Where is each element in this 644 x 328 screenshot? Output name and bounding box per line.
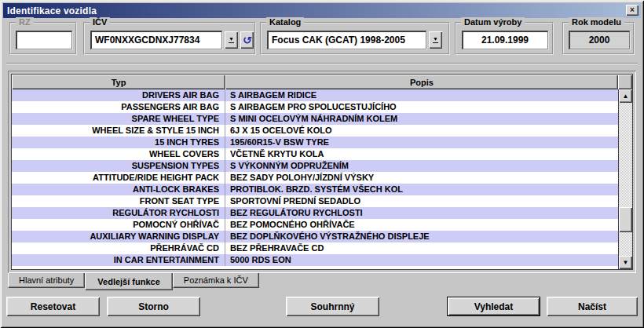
arrow-down-icon: ▼ (623, 260, 629, 266)
icv-dropdown-button[interactable]: ▼ (225, 31, 238, 49)
close-icon[interactable]: × (626, 5, 639, 16)
cell-popis[interactable]: S AIRBAGEM PRO SPOLUCESTUJÍCÍHO (225, 101, 618, 113)
table-row[interactable]: WHEEL COVERS VČETNĚ KRYTU KOLA (12, 148, 618, 160)
datum-vyroby-label: Datum výroby (461, 17, 525, 27)
scrollbar-thumb[interactable] (619, 207, 632, 232)
table-row[interactable]: PASSENGERS AIR BAG S AIRBAGEM PRO SPOLUC… (12, 101, 618, 113)
cell-popis[interactable]: 6J X 15 OCELOVÉ KOLO (225, 125, 618, 137)
cell-typ[interactable]: WHEEL SIZE & STYLE 15 INCH (12, 125, 225, 137)
cell-typ[interactable]: SPARE WHEEL TYPE (12, 113, 225, 125)
cell-typ[interactable]: FRONT SEAT TYPE (12, 195, 225, 207)
separator-line (6, 63, 638, 64)
group-katalog: Katalog Focus CAK (GCAT) 1998-2005 ▼ (260, 22, 450, 55)
souhrnny-button[interactable]: Souhrnný (286, 297, 379, 316)
attributes-panel: Typ Popis DRIVERS AIR BAG S AIRBAGEM RID… (8, 71, 636, 273)
table-rows: DRIVERS AIR BAG S AIRBAGEM RIDICE PASSEN… (12, 89, 618, 269)
table-row[interactable]: WHEEL SIZE & STYLE 15 INCH 6J X 15 OCELO… (12, 125, 618, 137)
table-row[interactable]: REGULÁTOR RYCHLOSTI BEZ REGULÁTORU RYCHL… (12, 207, 618, 219)
attributes-table: Typ Popis DRIVERS AIR BAG S AIRBAGEM RID… (11, 74, 633, 270)
rok-modelu-value: 2000 (569, 31, 630, 49)
scroll-up-button[interactable]: ▲ (619, 89, 632, 103)
table-row[interactable]: POMOCNÝ OHŘÍVAČ BEZ POMOCNÉHO OHŘÍVAČE (12, 219, 618, 231)
group-datum-vyroby: Datum výroby 21.09.1999 (455, 22, 554, 55)
datum-vyroby-input[interactable]: 21.09.1999 (462, 31, 548, 49)
tab-vedlejsi-funkce[interactable]: Vedlejší funkce (85, 273, 172, 290)
cell-popis[interactable]: S AIRBAGEM RIDICE (225, 89, 618, 101)
katalog-combo[interactable]: Focus CAK (GCAT) 1998-2005 (267, 31, 426, 49)
cell-popis[interactable]: 195/60R15-V BSW TYRE (225, 137, 618, 148)
cell-typ[interactable]: PASSENGERS AIR BAG (12, 101, 225, 113)
icv-undo-button[interactable]: ↺ (240, 31, 254, 49)
cell-typ[interactable]: WHEEL COVERS (12, 148, 225, 160)
group-rok-modelu: Rok modelu 2000 (562, 22, 635, 55)
nacist-button[interactable]: Načíst (547, 297, 638, 316)
cell-popis[interactable]: BEZ POMOCNÉHO OHŘÍVAČE (225, 219, 618, 231)
table-row[interactable]: PŘEHRÁVAČ CD BEZ PŘEHRAVAČE CD (12, 242, 618, 254)
vyhledat-button[interactable]: Vyhledat (447, 297, 540, 316)
table-row[interactable]: ANTI-LOCK BRAKES PROTIBLOK. BRZD. SYSTÉM… (12, 184, 618, 195)
cell-popis[interactable]: S VÝKONNÝM ODPRUŽENÍM (225, 160, 618, 172)
table-row[interactable]: 15 INCH TYRES 195/60R15-V BSW TYRE (12, 137, 618, 148)
resetovat-button[interactable]: Resetovat (6, 297, 100, 316)
cell-popis[interactable]: BEZ PŘEHRAVAČE CD (225, 242, 618, 254)
vertical-scrollbar[interactable]: ▲ ▼ (618, 89, 632, 269)
cell-typ[interactable]: DRIVERS AIR BAG (12, 89, 225, 101)
table-header: Typ Popis (12, 75, 632, 89)
cell-typ[interactable]: IN CAR ENTERTAINMENT (12, 254, 225, 266)
title-bar[interactable]: Identifikace vozidla × (3, 3, 641, 18)
chevron-down-icon: ▼ (229, 37, 234, 43)
rok-modelu-label: Rok modelu (569, 17, 624, 27)
katalog-label: Katalog (266, 17, 304, 27)
cell-popis[interactable]: VČETNĚ KRYTU KOLA (225, 148, 618, 160)
table-row[interactable]: AUXILIARY WARNING DISPLAY BEZ DOPLŇKOVÉH… (12, 231, 618, 242)
rz-input[interactable] (16, 31, 72, 49)
cell-popis[interactable]: S MINI OCELOVÝM NÁHRADNÍM KOLEM (225, 113, 618, 125)
table-row[interactable]: SPARE WHEEL TYPE S MINI OCELOVÝM NÁHRADN… (12, 113, 618, 125)
cell-popis[interactable]: BEZ REGULÁTORU RYCHLOSTI (225, 207, 618, 219)
cell-typ[interactable]: PŘEHRÁVAČ CD (12, 242, 225, 254)
cell-popis[interactable]: BEZ SADY POLOHY/JÍZDNÍ VÝSKY (225, 172, 618, 184)
group-rz: RZ (9, 22, 77, 55)
cell-popis[interactable]: BEZ DOPLŇKOVÉHO VÝSTRAŽNÉHO DISPLEJE (225, 231, 618, 242)
table-row[interactable]: FRONT SEAT TYPE SPORTOVNÍ PREDNÍ SEDADLO (12, 195, 618, 207)
tab-hlavni-atributy[interactable]: Hlavní atributy (8, 273, 85, 288)
scrollbar-header-corner (618, 75, 632, 89)
table-row[interactable]: ATTITUDE/RIDE HEIGHT PACK BEZ SADY POLOH… (12, 172, 618, 184)
tab-strip: Hlavní atributy Vedlejší funkce Poznámka… (8, 273, 259, 290)
cell-popis[interactable]: SPORTOVNÍ PREDNÍ SEDADLO (225, 195, 618, 207)
window-title: Identifikace vozidla (7, 5, 97, 16)
group-icv: IČV WF0NXXGCDNXJ77834 ▼ ↺ (83, 22, 256, 55)
table-row[interactable]: IN CAR ENTERTAINMENT 5000 RDS EON (12, 254, 618, 266)
column-header-popis[interactable]: Popis (225, 75, 618, 89)
vehicle-identification-dialog: Identifikace vozidla × RZ IČV WF0NXXGCDN… (0, 0, 644, 328)
cell-typ[interactable]: 15 INCH TYRES (12, 137, 225, 148)
cell-typ[interactable]: SUSPENSION TYPES (12, 160, 225, 172)
cell-popis[interactable]: 5000 RDS EON (225, 254, 618, 266)
cell-typ[interactable]: REGULÁTOR RYCHLOSTI (12, 207, 225, 219)
cell-popis[interactable]: PROTIBLOK. BRZD. SYSTÉM VŠECH KOL (225, 184, 618, 195)
cell-typ[interactable]: POMOCNÝ OHŘÍVAČ (12, 219, 225, 231)
icv-label: IČV (90, 17, 110, 27)
storno-button[interactable]: Storno (107, 297, 200, 316)
table-row[interactable]: SUSPENSION TYPES S VÝKONNÝM ODPRUŽENÍM (12, 160, 618, 172)
undo-icon: ↺ (241, 34, 252, 46)
cell-typ[interactable]: ANTI-LOCK BRAKES (12, 184, 225, 195)
chevron-down-icon: ▼ (433, 37, 438, 43)
arrow-up-icon: ▲ (623, 93, 629, 100)
cell-typ[interactable]: ATTITUDE/RIDE HEIGHT PACK (12, 172, 225, 184)
cell-typ[interactable]: AUXILIARY WARNING DISPLAY (12, 231, 225, 242)
table-row[interactable]: DRIVERS AIR BAG S AIRBAGEM RIDICE (12, 89, 618, 101)
scroll-down-button[interactable]: ▼ (619, 256, 632, 269)
rz-label: RZ (16, 17, 34, 27)
tab-poznamka-k-icv[interactable]: Poznámka k IČV (173, 273, 259, 288)
column-header-typ[interactable]: Typ (12, 75, 225, 89)
icv-input[interactable]: WF0NXXGCDNXJ77834 (90, 31, 222, 49)
katalog-dropdown-button[interactable]: ▼ (429, 31, 442, 49)
